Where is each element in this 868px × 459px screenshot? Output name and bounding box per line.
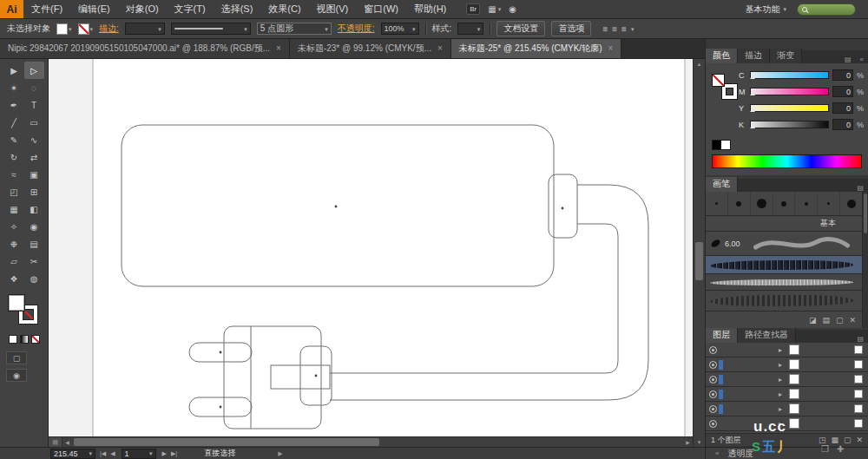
channel-value-input[interactable]: 0 [832, 119, 853, 130]
new-sublayer-icon[interactable]: ▦ [831, 436, 838, 444]
panel-fill-swatch[interactable] [712, 74, 725, 87]
tab-close-icon[interactable]: × [608, 43, 613, 53]
layer-row[interactable]: ▸ [706, 387, 868, 402]
prev-artboard-button[interactable]: ◀ [110, 450, 115, 457]
visibility-toggle-icon[interactable] [709, 346, 717, 354]
brush-swatch[interactable] [728, 192, 751, 215]
tool-rectangle[interactable]: ▭ [24, 114, 44, 131]
black-swatch[interactable] [712, 140, 721, 150]
tool-column-graph[interactable]: ▤ [24, 235, 44, 252]
menu-file[interactable]: 文件(F) [23, 0, 70, 18]
layer-row[interactable]: ▸ [706, 402, 868, 416]
tool-lasso[interactable]: ◌ [24, 79, 44, 96]
panel-menu-icon[interactable]: ▤ [840, 56, 856, 63]
panel-tab[interactable]: 颜色 [706, 49, 738, 63]
drawing-mode-button[interactable]: ▢ [6, 351, 27, 364]
tab-close-icon[interactable]: × [437, 43, 443, 53]
menu-help[interactable]: 帮助(H) [406, 0, 454, 18]
anchor-point[interactable] [335, 206, 338, 208]
color-button[interactable] [9, 335, 17, 344]
bridge-icon[interactable]: Br [466, 3, 480, 15]
tab-untitled-25[interactable]: 未标题-25* @ 215.45% (CMYK/轮廓) × [451, 38, 621, 58]
channel-value-input[interactable]: 0 [832, 86, 853, 97]
tool-hand[interactable]: ❖ [4, 270, 24, 287]
workspace-switcher[interactable]: 基本功能▾ [745, 3, 786, 16]
tool-mesh[interactable]: ▦ [4, 200, 24, 218]
charcoal-brush-row-selected[interactable] [706, 256, 862, 274]
menu-edit[interactable]: 编辑(E) [70, 0, 118, 18]
align-icon[interactable]: ≡ [621, 24, 627, 34]
visibility-toggle-icon[interactable] [709, 405, 717, 413]
expand-arrow-icon[interactable]: ▸ [779, 390, 782, 398]
opacity-combo[interactable]: 100%▾ [381, 23, 419, 35]
layer-target-thumbnail[interactable] [854, 390, 863, 398]
charcoal-brush-row[interactable] [706, 291, 862, 311]
brush-definition-combo[interactable]: 5 点圆形▾ [257, 23, 332, 35]
layer-row[interactable]: ▸ [706, 357, 868, 372]
panel-tab[interactable]: 画笔 [706, 177, 738, 192]
screen-mode-button[interactable]: ◉ [6, 369, 27, 382]
app-logo[interactable]: Ai [0, 0, 23, 18]
anchor-point[interactable] [562, 207, 564, 210]
panel-tab[interactable]: 路径查找器 [738, 328, 796, 343]
cs-live-icon[interactable]: ◉ [509, 4, 516, 14]
layer-row[interactable]: ▸ [706, 343, 868, 357]
fill-caret-icon[interactable]: ▾ [69, 26, 72, 32]
none-button[interactable] [31, 335, 40, 344]
channel-value-input[interactable]: 0 [832, 69, 853, 81]
stroke-weight-combo[interactable]: ▾ [125, 23, 165, 35]
make-mask-icon[interactable]: ◳ [819, 436, 826, 444]
menu-type[interactable]: 文字(T) [167, 0, 214, 18]
hscroll-track[interactable] [72, 437, 683, 448]
tab-nipic-29842067[interactable]: Nipic 29842067 20190905150105047000.ai* … [0, 38, 290, 58]
tool-selection[interactable]: ▶ [4, 62, 24, 79]
arrange-documents-icon[interactable]: ▦▾ [488, 4, 501, 14]
layer-target-thumbnail[interactable] [854, 360, 863, 369]
menu-select[interactable]: 选择(S) [214, 0, 261, 18]
fill-swatch[interactable] [56, 23, 68, 35]
brushes-scroll-thumb[interactable] [864, 193, 867, 233]
brush-swatch[interactable] [706, 192, 728, 215]
gradient-button[interactable] [20, 335, 29, 344]
document-setup-button[interactable]: 文档设置 [496, 21, 545, 36]
collapse-dock-icon[interactable]: « [856, 56, 868, 63]
next-artboard-button[interactable]: ▶ [162, 450, 167, 457]
tool-symbol-sprayer[interactable]: ❉ [4, 235, 24, 252]
channel-slider[interactable] [750, 104, 829, 112]
brush-swatch[interactable] [751, 192, 773, 215]
brushes-scrollbar[interactable] [862, 192, 868, 328]
white-swatch[interactable] [721, 140, 731, 150]
channel-slider[interactable] [750, 88, 829, 95]
preferences-button[interactable]: 首选项 [551, 21, 591, 36]
color-spectrum-bar[interactable] [712, 154, 862, 168]
tool-pencil[interactable]: ∿ [24, 131, 44, 148]
layer-target-thumbnail[interactable] [854, 419, 863, 428]
visibility-toggle-icon[interactable] [709, 390, 717, 398]
new-layer-icon[interactable]: ▢ [844, 436, 852, 444]
scrollbar-corner-icon[interactable]: ▤ [49, 437, 62, 447]
layer-row[interactable]: ▸ [706, 372, 868, 387]
visibility-toggle-icon[interactable] [709, 420, 717, 428]
channel-slider[interactable] [750, 121, 829, 128]
layer-thumbnail[interactable] [789, 389, 799, 399]
tool-width[interactable]: ≈ [4, 166, 24, 183]
delete-brush-icon[interactable]: ✕ [849, 316, 856, 325]
menu-effect[interactable]: 效果(C) [260, 0, 308, 18]
align-icon[interactable]: ≡ [602, 24, 608, 34]
visibility-toggle-icon[interactable] [709, 376, 717, 384]
layer-thumbnail[interactable] [789, 374, 799, 384]
scroll-up-icon[interactable]: ▲ [697, 59, 702, 69]
slider-handle-icon[interactable] [750, 91, 755, 95]
brush-swatch[interactable] [795, 192, 818, 215]
new-brush-icon[interactable]: ▢ [836, 316, 844, 325]
panel-tab[interactable]: 图层 [706, 328, 738, 343]
anchor-point[interactable] [315, 375, 318, 377]
tool-gradient[interactable]: ◧ [24, 200, 44, 218]
tool-paintbrush[interactable]: ✎ [4, 131, 24, 148]
expand-arrow-icon[interactable]: ▸ [779, 405, 782, 413]
layer-target-thumbnail[interactable] [854, 404, 863, 413]
tool-direct-selection[interactable]: ▷ [24, 62, 44, 79]
panel-menu-icon[interactable]: ▤ [852, 184, 868, 192]
search-input[interactable] [797, 3, 856, 16]
visibility-toggle-icon[interactable] [709, 361, 717, 369]
